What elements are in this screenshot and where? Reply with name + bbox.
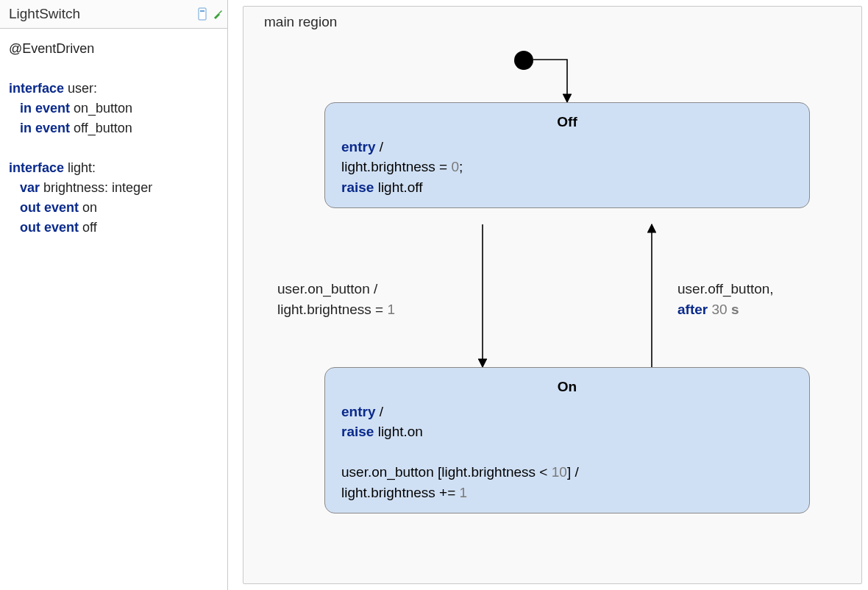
svg-rect-1 <box>200 10 204 12</box>
state-off-body: entry / light.brightness = 0; raise ligh… <box>341 137 793 198</box>
region-main[interactable]: main region Off <box>243 6 862 584</box>
transition-initial-to-off[interactable] <box>533 60 567 102</box>
label-on-to-off[interactable]: user.off_button, after 30 s <box>677 279 774 319</box>
definition-panel: LightSwitch @EventDriven interface user:… <box>0 0 228 590</box>
diagram-canvas[interactable]: main region Off <box>228 0 868 590</box>
state-off-title: Off <box>341 112 793 132</box>
annotation: @EventDriven <box>9 41 94 56</box>
state-off[interactable]: Off entry / light.brightness = 0; raise … <box>324 102 810 208</box>
kw-interface: interface <box>9 81 64 96</box>
pin-icon <box>213 9 223 19</box>
tag-icon <box>198 7 210 21</box>
definition-header: LightSwitch <box>0 0 227 29</box>
model-name: LightSwitch <box>9 6 80 22</box>
state-on[interactable]: On entry / raise light.on user.on_button… <box>324 367 810 513</box>
definition-code[interactable]: @EventDriven interface user: in event on… <box>0 29 227 248</box>
state-on-title: On <box>341 377 793 397</box>
header-icons <box>198 7 223 21</box>
state-on-body: entry / raise light.on user.on_button [l… <box>341 402 793 503</box>
label-off-to-on[interactable]: user.on_button / light.brightness = 1 <box>277 279 395 319</box>
svg-rect-0 <box>199 8 206 20</box>
